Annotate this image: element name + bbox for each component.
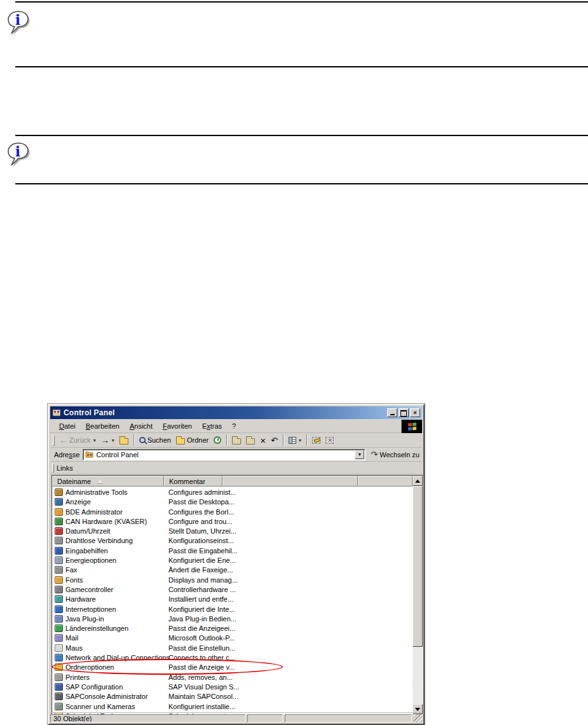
list-item[interactable]: SAPConsole Administrator Maintain SAPCon… [52, 692, 413, 701]
folder-options-icon [55, 663, 63, 671]
delete-icon: × [260, 436, 266, 445]
toolbar-separator [283, 434, 284, 446]
list-item[interactable]: Internetoptionen Konfiguriert die Inte..… [52, 605, 413, 614]
up-button[interactable] [117, 435, 131, 446]
scrollbar-track[interactable] [413, 647, 423, 704]
list-item[interactable]: Energieoptionen Konfiguriert die Ene... [52, 556, 413, 565]
back-dropdown-icon[interactable]: ▾ [93, 438, 96, 443]
address-value: Control Panel [96, 451, 355, 459]
list-item[interactable]: Fonts Displays and manag... [52, 576, 413, 585]
can-hardware-icon [55, 518, 63, 525]
toolbar-separator [133, 434, 134, 446]
java-plugin-icon [55, 615, 63, 623]
horizontal-rule [15, 66, 588, 67]
menu-ansicht[interactable]: Ansicht [125, 421, 158, 432]
column-header-empty[interactable] [222, 476, 358, 487]
go-button[interactable]: ↷ Wechseln zu [371, 450, 420, 459]
list-item[interactable]: Drahtlose Verbindung Konfigurationseinst… [52, 536, 413, 546]
menu-extras[interactable]: Extras [197, 421, 227, 432]
scroll-up-button[interactable] [413, 476, 423, 486]
windows-logo-icon [401, 420, 422, 433]
list-item[interactable]: Datum/Uhrzeit Stellt Datum, Uhrzei... [52, 527, 413, 536]
resize-grip[interactable] [414, 714, 422, 722]
address-input[interactable]: Control Panel ▾ [83, 449, 366, 460]
history-button[interactable] [211, 435, 224, 445]
list-item[interactable]: CAN Hardware (KVASER) Configure and trou… [52, 517, 413, 527]
fonts-icon [55, 576, 63, 584]
list-item[interactable]: BDE Administrator Configures the Borl... [52, 508, 413, 517]
list-item[interactable]: Ländereinstellungen Passt die Anzeigeei.… [52, 624, 413, 633]
scrollbar-thumb[interactable] [413, 486, 423, 647]
custom-tool-button-1[interactable] [310, 436, 323, 445]
links-bar: Links [50, 462, 422, 474]
power-options-icon [55, 556, 63, 564]
file-list: Dateiname Kommentar Administrative Tools… [51, 475, 423, 715]
horizontal-rule [15, 183, 588, 184]
list-item-circled[interactable]: Ordneroptionen Passt die Anzeige v... [52, 663, 413, 672]
copy-to-button[interactable] [243, 435, 257, 446]
go-label: Wechseln zu [379, 451, 420, 459]
custom-tool-icon-1 [312, 437, 320, 444]
views-button[interactable]: ▾ [286, 436, 304, 445]
list-item[interactable]: Hardware Installiert und entfe... [52, 595, 413, 604]
views-dropdown-icon[interactable]: ▾ [299, 438, 301, 443]
minimize-button[interactable] [387, 408, 397, 417]
back-button[interactable]: ← Zurück ▾ [57, 435, 99, 446]
menu-bearbeiten[interactable]: Bearbeiten [81, 421, 125, 432]
sap-config-icon [55, 683, 63, 691]
forward-button[interactable]: → ▾ [99, 435, 117, 446]
address-dropdown-button[interactable]: ▾ [355, 450, 364, 459]
window-title: Control Panel [64, 408, 387, 417]
menu-favoriten[interactable]: Favoriten [158, 421, 197, 432]
toolbar-grip[interactable] [53, 435, 55, 446]
list-header: Dateiname Kommentar [52, 476, 413, 487]
folders-button[interactable]: Ordner [174, 435, 211, 446]
network-icon [55, 654, 63, 661]
menu-?[interactable]: ? [227, 421, 241, 432]
vertical-scrollbar[interactable] [413, 476, 423, 714]
forward-dropdown-icon[interactable]: ▾ [112, 438, 114, 443]
back-icon: ← [59, 436, 67, 445]
views-icon [289, 437, 296, 444]
list-item[interactable]: Scanner und Kameras Konfiguriert install… [52, 702, 413, 712]
bde-admin-icon [55, 508, 63, 516]
delete-button[interactable]: × [257, 435, 268, 446]
list-item[interactable]: Java Plug-in Java Plug-in Bedien... [52, 614, 413, 624]
info-bubble-icon: i [5, 139, 31, 169]
date-time-icon [55, 527, 63, 535]
list-item[interactable]: Printers Adds, removes, an... [52, 673, 413, 682]
column-header-filler [358, 476, 413, 487]
menu-datei[interactable]: Datei [54, 421, 81, 432]
list-item[interactable]: Mail Microsoft Outlook-P... [52, 633, 413, 643]
list-item[interactable]: SAP Configuration SAP Visual Design S... [52, 682, 413, 692]
close-button[interactable]: × [410, 408, 420, 417]
title-bar[interactable]: Control Panel × [50, 406, 422, 419]
list-item[interactable]: Gamecontroller Controllerhardware ... [52, 585, 413, 595]
list-item[interactable]: Eingabehilfen Passt die Eingabehil... [52, 546, 413, 556]
fax-icon [55, 566, 63, 574]
maximize-button[interactable] [399, 408, 409, 417]
history-icon [214, 436, 221, 444]
svg-text:i: i [15, 11, 20, 28]
links-grip[interactable] [52, 464, 54, 473]
list-item[interactable]: Anzeige Passt die Desktopa... [52, 497, 413, 507]
toolbar-separator [226, 434, 227, 446]
list-item[interactable]: Administrative Tools Configures administ… [52, 488, 413, 497]
sap-console-icon [55, 693, 63, 700]
search-button[interactable]: Suchen [137, 435, 174, 445]
list-rows: Administrative Tools Configures administ… [52, 487, 413, 714]
list-item[interactable]: Maus Passt die Einstellun... [52, 644, 413, 653]
column-header-kommentar[interactable]: Kommentar [164, 476, 222, 487]
status-panel [247, 714, 283, 722]
toolbar: ← Zurück ▾ → ▾ Suchen Ordner [50, 433, 422, 448]
custom-tool-button-2[interactable] [323, 436, 336, 445]
move-to-button[interactable] [229, 435, 243, 446]
links-label: Links [57, 464, 73, 472]
hardware-icon [55, 595, 63, 603]
list-item[interactable]: Network and Dial-up Connections Connects… [52, 653, 413, 663]
undo-button[interactable]: ↶ [268, 435, 280, 446]
column-header-dateiname[interactable]: Dateiname [52, 476, 164, 487]
control-panel-icon [52, 408, 61, 417]
list-item[interactable]: Fax Ändert die Faxeige... [52, 565, 413, 575]
toolbar-separator [306, 434, 307, 446]
